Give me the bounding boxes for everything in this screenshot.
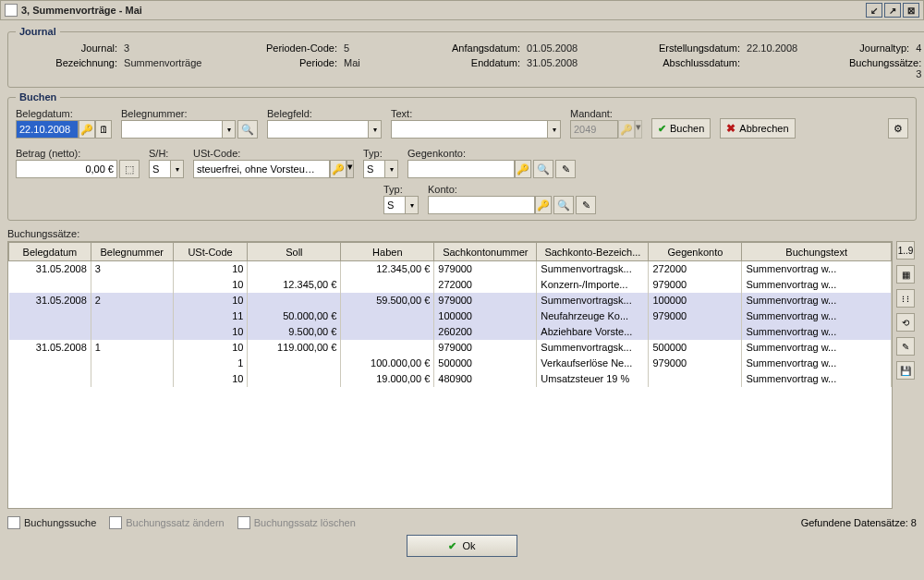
check-icon: ✔ [658,123,666,135]
config-icon[interactable]: ⚙ [888,118,908,139]
table-label: Buchungssätze: [7,228,917,239]
label-pcode: Perioden-Code: [236,42,337,54]
label-type: Journaltyp: [859,42,909,54]
label-gegen: Gegenkonto: [407,148,576,159]
label-konto: Konto: [428,184,596,195]
document-icon [5,4,18,17]
label-close: Abschlussdatum: [629,57,740,68]
input-typ1[interactable]: S [363,160,385,178]
belegnr-dropdown-arrow[interactable]: ▾ [223,120,236,139]
gegen-search-icon[interactable]: 🔍 [533,160,553,178]
input-typ2[interactable]: S [383,196,406,214]
label-sh: S/H: [149,148,184,159]
label-belegnr: Belegnummer: [121,108,258,119]
journal-legend: Journal [16,26,60,37]
close-button[interactable]: ⊠ [903,3,919,18]
table-row[interactable]: 109.500,00 €260200Abziehbare Vorste...Su… [9,324,892,340]
typ2-dropdown-arrow[interactable]: ▾ [406,196,419,214]
col-4[interactable]: Haben [341,243,434,261]
ust-dropdown-arrow[interactable]: ▾ [346,160,354,178]
tool-link-icon[interactable]: ⟲ [896,313,915,332]
konto-edit-icon[interactable]: ✎ [576,196,596,214]
buchen-button[interactable]: ✔Buchen [651,118,711,139]
maximize-button[interactable]: ↗ [884,3,901,18]
value-create: 22.10.2008 [747,42,797,54]
table-row[interactable]: 31.05.200831012.345,00 €979000Summenvort… [9,261,892,277]
table-row[interactable]: 1150.000,00 €100000Neufahrzeuge Ko...979… [9,308,892,324]
search-icon[interactable]: 🔍 [237,120,258,139]
label-belegdatum: Belegdatum: [16,108,112,119]
table-row[interactable]: 1019.000,00 €480900Umsatzsteuer 19 %Summ… [9,371,892,387]
col-8[interactable]: Buchungstext [742,243,892,261]
value-type: 4 [916,42,921,54]
gegen-edit-icon[interactable]: ✎ [555,160,576,178]
buchen-fieldset: Buchen Belegdatum: 22.10.2008 🔑 🗓 Belegn… [7,91,917,221]
konto-search-icon[interactable]: 🔍 [553,196,574,214]
label-typ2: Typ: [383,184,419,195]
calendar-icon[interactable]: 🗓 [95,120,112,139]
input-sh[interactable]: S [149,160,171,178]
input-belegfeld[interactable] [267,120,369,139]
label-ust: USt-Code: [193,148,354,159]
input-konto[interactable] [428,196,535,214]
edit-small-icon [109,516,122,529]
found-records: Gefundene Datensätze: 8 [801,517,917,528]
gegen-key-icon[interactable]: 🔑 [515,160,531,178]
value-start: 01.05.2008 [527,42,578,54]
x-icon: ✖ [726,122,736,135]
text-dropdown-arrow[interactable]: ▾ [548,120,561,139]
calc-icon[interactable]: ⬚ [119,160,140,178]
label-rows: Buchungssätze: [849,57,921,68]
col-6[interactable]: Sachkonto-Bezeich... [537,243,649,261]
label-journal: Journal: [16,42,117,54]
label-mandant: Mandant: [570,108,642,119]
tool-columns-icon[interactable]: ▦ [896,265,915,284]
col-7[interactable]: Gegenkonto [649,243,742,261]
window-title: 3, Summenvorträge - Mai [21,5,864,16]
label-betrag: Betrag (netto): [16,148,140,159]
input-belegdatum[interactable]: 22.10.2008 [16,120,79,139]
mandant-dropdown-arrow: ▾ [635,120,642,139]
label-start: Anfangsdatum: [419,42,520,54]
journal-fieldset: Journal Journal: 3 Perioden-Code: 5 Anfa… [7,26,924,88]
key-icon[interactable]: 🔑 [79,120,95,139]
tool-save-icon[interactable]: 💾 [896,361,915,380]
ust-key-icon[interactable]: 🔑 [330,160,346,178]
label-belegfeld: Belegfeld: [267,108,382,119]
abbrechen-button[interactable]: ✖Abbrechen [720,118,795,139]
tool-split-icon[interactable]: ⫶⫶ [896,289,915,308]
input-ust[interactable]: steuerfrei, ohne Vorsteu… [193,160,330,178]
col-0[interactable]: Belegdatum [9,243,91,261]
table-row[interactable]: 1100.000,00 €500000Verkaufserlöse Ne...9… [9,356,892,371]
input-belegnr[interactable] [121,120,223,139]
value-pcode: 5 [344,42,349,54]
table-area[interactable]: BelegdatumBelegnummerUSt-CodeSollHabenSa… [7,241,893,509]
table-row[interactable]: 1012.345,00 €272000Konzern-/Importe...97… [9,277,892,293]
tool-sequence-icon[interactable]: 1..9 [896,241,915,260]
input-text[interactable] [391,120,548,139]
mandant-key-icon: 🔑 [618,120,635,139]
belegfeld-dropdown-arrow[interactable]: ▾ [369,120,382,139]
konto-key-icon[interactable]: 🔑 [535,196,552,214]
minimize-button[interactable]: ↙ [866,3,882,18]
col-1[interactable]: Belegnummer [91,243,173,261]
sh-dropdown-arrow[interactable]: ▾ [171,160,184,178]
ok-check-icon: ✔ [448,540,456,552]
link-buchungssuche[interactable]: Buchungssuche [7,516,96,529]
buchen-legend: Buchen [16,91,60,103]
input-gegen[interactable] [407,160,515,178]
col-2[interactable]: USt-Code [173,243,248,261]
table-row[interactable]: 31.05.200821059.500,00 €979000Summenvort… [9,293,892,308]
tool-refresh-icon[interactable]: ✎ [896,337,915,356]
side-toolbar: 1..9 ▦ ⫶⫶ ⟲ ✎ 💾 [896,241,917,509]
input-betrag[interactable]: 0,00 € [16,160,117,178]
value-periode: Mai [344,57,360,68]
table-row[interactable]: 31.05.2008110119.000,00 €979000Summenvor… [9,340,892,356]
value-journal: 3 [124,42,129,54]
ok-button[interactable]: ✔Ok [407,535,517,557]
link-delete: Buchungssatz löschen [237,516,356,529]
col-3[interactable]: Soll [248,243,341,261]
typ1-dropdown-arrow[interactable]: ▾ [385,160,398,178]
label-create: Erstellungsdatum: [629,42,740,54]
col-5[interactable]: Sachkontonummer [434,243,537,261]
